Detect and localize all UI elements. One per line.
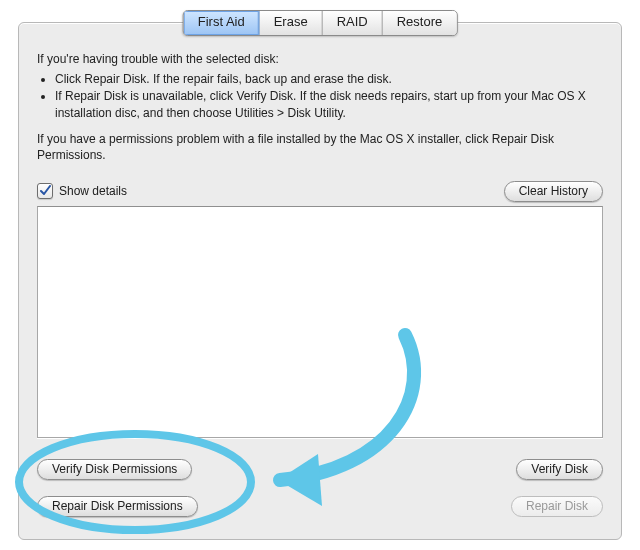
clear-history-button[interactable]: Clear History	[504, 181, 603, 202]
first-aid-panel: First Aid Erase RAID Restore If you're h…	[18, 22, 622, 540]
tab-erase[interactable]: Erase	[260, 11, 323, 35]
details-row: Show details Clear History	[37, 180, 603, 202]
tab-first-aid[interactable]: First Aid	[184, 11, 260, 35]
check-icon	[39, 185, 51, 197]
verify-disk-permissions-button[interactable]: Verify Disk Permissions	[37, 459, 192, 480]
tab-restore[interactable]: Restore	[383, 11, 457, 35]
log-textarea[interactable]	[37, 206, 603, 438]
button-row-2: Repair Disk Permissions Repair Disk	[37, 496, 603, 517]
repair-disk-button[interactable]: Repair Disk	[511, 496, 603, 517]
instruction-bullet: If Repair Disk is unavailable, click Ver…	[55, 88, 603, 120]
instruction-text: If you're having trouble with the select…	[37, 51, 603, 167]
show-details-checkbox[interactable]	[37, 183, 53, 199]
show-details-label: Show details	[59, 184, 127, 198]
tab-strip: First Aid Erase RAID Restore	[183, 10, 458, 36]
instruction-intro: If you're having trouble with the select…	[37, 51, 603, 67]
instruction-list: Click Repair Disk. If the repair fails, …	[37, 71, 603, 121]
repair-disk-permissions-button[interactable]: Repair Disk Permissions	[37, 496, 198, 517]
tab-raid[interactable]: RAID	[323, 11, 383, 35]
instruction-bullet: Click Repair Disk. If the repair fails, …	[55, 71, 603, 87]
verify-disk-button[interactable]: Verify Disk	[516, 459, 603, 480]
instruction-permissions: If you have a permissions problem with a…	[37, 131, 603, 163]
button-row-1: Verify Disk Permissions Verify Disk	[37, 459, 603, 480]
